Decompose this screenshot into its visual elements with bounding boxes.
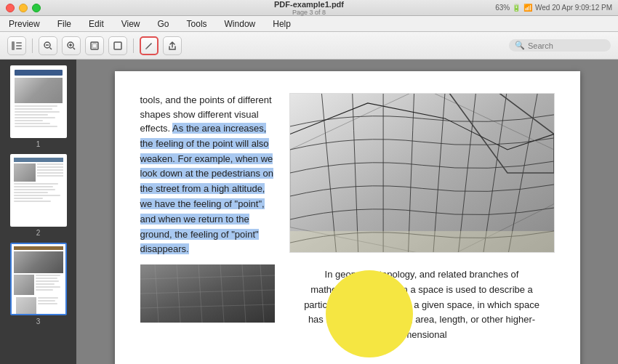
svg-rect-12 (92, 44, 97, 48)
thumb-num-3: 3 (36, 318, 41, 325)
svg-rect-25 (290, 231, 554, 252)
traffic-lights (6, 4, 41, 12)
page-info: Page 3 of 8 (292, 9, 326, 16)
bottom-image (140, 264, 275, 323)
thumb1-header (15, 70, 63, 76)
page-content: tools, and the points of different shape… (140, 93, 555, 343)
close-button[interactable] (6, 4, 15, 12)
titlebar: PDF-example1.pdf Page 3 of 8 63% 🔋 📶 Wed… (0, 0, 618, 16)
svg-rect-1 (16, 42, 22, 44)
main-illustration (289, 93, 555, 253)
sidebar-toggle-button[interactable] (7, 36, 26, 55)
menu-tools[interactable]: Tools (184, 19, 210, 29)
thumb-frame-3[interactable] (10, 243, 67, 315)
titlebar-right: 63% 🔋 📶 Wed 20 Apr 9:09:12 PM (495, 4, 612, 12)
menu-preview[interactable]: Preview (6, 19, 43, 29)
thumbnail-3[interactable]: 3 (4, 243, 72, 325)
thumb2-text (37, 163, 63, 182)
fit-page-button[interactable] (85, 36, 104, 55)
datetime: Wed 20 Apr 9:09:12 PM (535, 4, 612, 12)
toolbar-sep-1 (32, 39, 33, 53)
document-area[interactable]: tools, and the points of different shape… (76, 60, 618, 364)
thumb-frame-1[interactable] (10, 65, 67, 138)
main-area: 1 (0, 60, 618, 364)
thumb3-image2 (14, 275, 34, 295)
menu-window[interactable]: Window (222, 19, 259, 29)
svg-rect-13 (114, 42, 121, 49)
menu-view[interactable]: View (119, 19, 143, 29)
thumb3-image-top (14, 251, 63, 273)
thumb-num-2: 2 (36, 229, 41, 237)
menu-edit[interactable]: Edit (86, 19, 107, 29)
right-column: In geometry, topology, and related branc… (289, 93, 555, 343)
thumb2-header (14, 158, 63, 162)
menu-file[interactable]: File (55, 19, 74, 29)
thumbnail-2[interactable]: 2 (4, 154, 72, 237)
toolbar: 🔍 (0, 32, 618, 60)
svg-line-6 (50, 47, 52, 49)
menu-help[interactable]: Help (270, 19, 294, 29)
zoom-out-button[interactable] (39, 36, 57, 55)
wifi-icon: 📶 (523, 4, 532, 12)
toolbar-sep-2 (133, 39, 134, 53)
share-button[interactable] (163, 36, 182, 55)
search-icon: 🔍 (515, 41, 525, 50)
thumb2-top (14, 163, 63, 182)
actual-size-button[interactable] (108, 36, 127, 55)
thumb3-content (12, 244, 65, 314)
battery-info: 63% 🔋 (495, 4, 521, 12)
minimize-button[interactable] (19, 4, 28, 12)
svg-rect-14 (140, 264, 275, 323)
svg-rect-2 (16, 45, 22, 46)
thumb3-bottom (14, 275, 63, 295)
search-box[interactable]: 🔍 (509, 39, 611, 52)
thumbnail-1[interactable]: 1 (4, 65, 72, 148)
thumb-frame-2[interactable] (10, 154, 67, 227)
left-column: tools, and the points of different shape… (140, 93, 275, 343)
sidebar: 1 (0, 60, 76, 364)
window-title: PDF-example1.pdf (274, 0, 344, 9)
thumb1-image (15, 78, 63, 103)
maximize-button[interactable] (32, 4, 41, 12)
intro-text: tools, and the points of different shape… (140, 93, 275, 257)
thumb1-content (12, 67, 65, 137)
markup-button[interactable] (140, 36, 158, 55)
yellow-circle (326, 270, 413, 357)
svg-rect-3 (16, 48, 22, 49)
thumb3-header (14, 246, 63, 250)
svg-line-10 (73, 47, 76, 49)
document-page: tools, and the points of different shape… (115, 71, 580, 364)
menu-bar: Preview File Edit View Go Tools Window H… (0, 16, 618, 32)
thumb1-lines (15, 105, 63, 127)
highlighted-paragraph: As the area increases, the feeling of th… (140, 123, 274, 254)
geometry-section: In geometry, topology, and related branc… (289, 267, 555, 343)
thumb-num-1: 1 (36, 140, 41, 148)
search-input[interactable] (528, 41, 601, 50)
thumb2-image (14, 163, 36, 182)
menu-go[interactable]: Go (155, 19, 172, 29)
thumb2-content (12, 155, 65, 225)
svg-rect-0 (12, 41, 15, 50)
zoom-in-button[interactable] (62, 36, 81, 55)
titlebar-center: PDF-example1.pdf Page 3 of 8 (274, 0, 344, 16)
